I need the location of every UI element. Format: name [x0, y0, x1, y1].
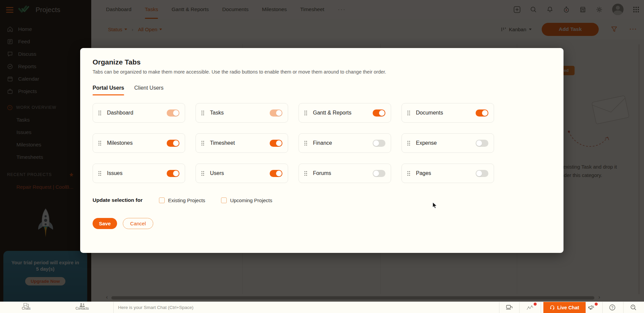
notification-dot — [534, 303, 537, 306]
chats-button[interactable]: Chats — [14, 302, 38, 310]
tab-card-tasks: Tasks — [196, 103, 288, 123]
pages-toggle[interactable] — [476, 170, 488, 177]
tab-card-label: Issues — [107, 170, 122, 176]
tab-card-gantt-reports: Gantt & Reports — [299, 103, 391, 123]
modal-tabs: Portal Users Client Users — [93, 85, 551, 95]
save-button[interactable]: Save — [93, 218, 117, 229]
timesheet-toggle[interactable] — [270, 140, 282, 147]
users-toggle[interactable] — [270, 170, 282, 177]
upcoming-projects-label: Upcoming Projects — [230, 197, 272, 203]
tab-card-timesheet: Timesheet — [196, 133, 288, 153]
drag-handle-icon[interactable] — [407, 141, 410, 146]
contacts-button[interactable]: Contacts — [70, 302, 94, 310]
help-button[interactable]: ? — [603, 302, 622, 313]
bottom-bar-divider — [541, 302, 541, 313]
existing-projects-option: Existing Projects — [159, 197, 205, 203]
gantt-reports-toggle[interactable] — [373, 109, 385, 117]
tab-card-documents: Documents — [401, 103, 494, 123]
documents-toggle[interactable] — [476, 109, 488, 117]
tab-card-label: Dashboard — [107, 110, 133, 116]
bottom-bar-divider — [519, 302, 520, 313]
drag-handle-icon[interactable] — [304, 110, 307, 116]
drag-handle-icon[interactable] — [98, 110, 101, 116]
drag-handle-icon[interactable] — [201, 141, 204, 146]
tab-card-finance: Finance — [299, 133, 391, 153]
tab-card-label: Documents — [416, 110, 443, 116]
tab-card-label: Milestones — [107, 140, 132, 146]
drag-handle-icon[interactable] — [201, 171, 204, 176]
svg-text:?: ? — [611, 306, 613, 310]
bottom-bar-divider — [499, 302, 499, 313]
tab-card-pages: Pages — [401, 164, 494, 183]
organize-tabs-modal: Organize Tabs Tabs can be organized to m… — [80, 48, 564, 253]
magnifier-icon — [630, 304, 637, 311]
megaphone-icon — [588, 305, 595, 310]
modal-description: Tabs can be organized to make them more … — [93, 69, 551, 75]
tab-card-label: Timesheet — [210, 140, 235, 146]
cancel-button[interactable]: Cancel — [123, 218, 153, 229]
modal-title: Organize Tabs — [93, 58, 551, 66]
device-headset-icon — [506, 305, 513, 310]
notification-dot — [595, 303, 598, 306]
team-activity-button[interactable] — [521, 302, 539, 313]
tab-card-label: Users — [210, 170, 224, 176]
milestones-toggle[interactable] — [167, 140, 179, 147]
bottom-bar-divider — [623, 302, 624, 313]
drag-handle-icon[interactable] — [407, 110, 410, 116]
upcoming-projects-checkbox[interactable] — [221, 197, 227, 203]
update-selection-row: Update selection for Existing Projects U… — [93, 197, 551, 203]
bottom-bar: Chats Contacts Live Chat ? — [0, 302, 644, 313]
tab-card-label: Tasks — [210, 110, 224, 116]
tasks-toggle[interactable] — [270, 109, 282, 117]
drag-handle-icon[interactable] — [304, 141, 307, 146]
existing-projects-checkbox[interactable] — [159, 197, 165, 203]
tab-card-label: Forums — [313, 170, 331, 176]
tab-card-label: Gantt & Reports — [313, 110, 352, 116]
tab-client-users[interactable]: Client Users — [134, 85, 163, 95]
contacts-label: Contacts — [70, 307, 94, 310]
tab-card-label: Expense — [416, 140, 437, 146]
upcoming-projects-option: Upcoming Projects — [221, 197, 272, 203]
dashboard-toggle[interactable] — [167, 109, 179, 117]
tab-card-expense: Expense — [401, 133, 494, 153]
drag-handle-icon[interactable] — [201, 110, 204, 116]
forums-toggle[interactable] — [373, 170, 385, 177]
drag-handle-icon[interactable] — [304, 171, 307, 176]
update-selection-label: Update selection for — [93, 197, 143, 203]
tab-card-dashboard: Dashboard — [93, 103, 185, 123]
tab-portal-users[interactable]: Portal Users — [93, 85, 124, 95]
live-chat-button[interactable]: Live Chat — [543, 302, 586, 313]
tab-card-label: Finance — [313, 140, 332, 146]
drag-handle-icon[interactable] — [98, 141, 101, 146]
headset-icon — [550, 305, 555, 310]
drag-handle-icon[interactable] — [98, 171, 101, 176]
modal-buttons: Save Cancel — [93, 218, 551, 229]
meeting-device-button[interactable] — [500, 302, 519, 313]
zia-search-button[interactable] — [624, 302, 643, 313]
issues-toggle[interactable] — [167, 170, 179, 177]
tab-card-milestones: Milestones — [93, 133, 185, 153]
drag-handle-icon[interactable] — [407, 171, 410, 176]
tab-card-users: Users — [196, 164, 288, 183]
team-activity-icon — [526, 305, 534, 310]
expense-toggle[interactable] — [476, 140, 488, 147]
live-chat-label: Live Chat — [557, 305, 579, 310]
help-icon: ? — [609, 304, 615, 311]
smart-chat-input[interactable] — [118, 302, 393, 313]
bottom-bar-divider — [113, 302, 114, 313]
existing-projects-label: Existing Projects — [168, 197, 205, 203]
tab-card-issues: Issues — [93, 164, 185, 183]
tab-card-label: Pages — [416, 170, 431, 176]
tab-cards-grid: Dashboard Tasks Gantt & Reports Document… — [93, 103, 551, 183]
announcements-button[interactable] — [582, 302, 601, 313]
chats-label: Chats — [14, 307, 38, 310]
tab-card-forums: Forums — [299, 164, 391, 183]
finance-toggle[interactable] — [373, 140, 385, 147]
